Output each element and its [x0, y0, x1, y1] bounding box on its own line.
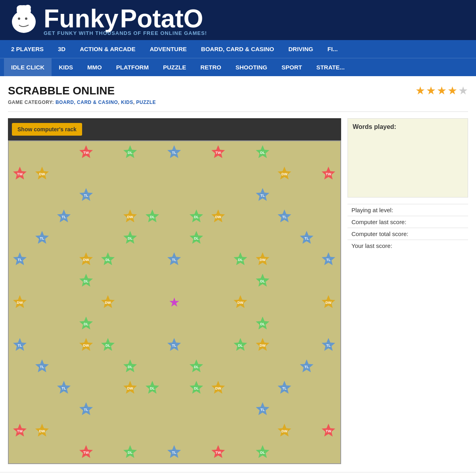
board-cell-14-1[interactable]: [32, 442, 52, 463]
board-cell-1-1[interactable]: DW: [32, 163, 52, 184]
board-cell-13-7[interactable]: [164, 420, 184, 441]
nav-puzzle[interactable]: PUZZLE: [156, 58, 193, 76]
board-cell-9-14[interactable]: TL: [318, 335, 339, 355]
board-cell-0-5[interactable]: DL: [120, 142, 140, 163]
board-cell-11-6[interactable]: DL: [142, 378, 163, 398]
board-cell-11-0[interactable]: [10, 378, 30, 398]
nav-idle-click[interactable]: IDLE CLICK: [4, 58, 52, 76]
board-cell-0-0[interactable]: [10, 142, 30, 163]
board-cell-14-4[interactable]: [98, 442, 118, 463]
board-cell-10-11[interactable]: [252, 356, 273, 377]
board-cell-11-7[interactable]: [164, 378, 184, 398]
board-cell-13-1[interactable]: DW: [32, 420, 52, 441]
board-cell-2-1[interactable]: [32, 185, 52, 205]
board-cell-10-2[interactable]: [54, 356, 74, 377]
nav-2players[interactable]: 2 PLAYERS: [4, 40, 51, 58]
board-cell-3-13[interactable]: [296, 206, 317, 227]
board-cell-0-3[interactable]: TW: [76, 142, 96, 163]
board-cell-2-0[interactable]: [10, 185, 30, 205]
board-cell-13-11[interactable]: [252, 420, 273, 441]
board-cell-2-12[interactable]: [274, 185, 295, 205]
board-cell-0-2[interactable]: [54, 142, 74, 163]
board-cell-6-13[interactable]: [296, 271, 317, 291]
board-cell-4-8[interactable]: DL: [186, 228, 207, 248]
board-cell-14-14[interactable]: [318, 442, 339, 463]
board-cell-2-8[interactable]: [186, 185, 207, 205]
board-cell-13-3[interactable]: [76, 420, 96, 441]
board-cell-2-9[interactable]: [208, 185, 228, 205]
board-cell-6-0[interactable]: [10, 271, 30, 291]
board-cell-6-5[interactable]: [120, 271, 140, 291]
board-cell-8-4[interactable]: [98, 313, 118, 334]
board-cell-5-1[interactable]: [32, 249, 52, 270]
board-cell-14-8[interactable]: [186, 442, 207, 463]
board-cell-5-12[interactable]: [274, 249, 295, 270]
board-cell-0-9[interactable]: TW: [208, 142, 228, 163]
board-cell-9-3[interactable]: DW: [76, 335, 96, 355]
board-cell-8-6[interactable]: [142, 313, 163, 334]
board-cell-5-10[interactable]: DL: [230, 249, 251, 270]
board-cell-2-13[interactable]: [296, 185, 317, 205]
board-cell-0-12[interactable]: [274, 142, 295, 163]
nav-adventure[interactable]: ADVENTURE: [142, 40, 194, 58]
board-cell-3-10[interactable]: [230, 206, 251, 227]
board-cell-11-1[interactable]: [32, 378, 52, 398]
board-cell-0-6[interactable]: [142, 142, 163, 163]
board-cell-10-4[interactable]: [98, 356, 118, 377]
board-cell-7-3[interactable]: [76, 292, 96, 313]
board-cell-8-5[interactable]: [120, 313, 140, 334]
board-cell-7-4[interactable]: DW: [98, 292, 118, 313]
board-cell-9-4[interactable]: DL: [98, 335, 118, 355]
board-cell-9-7[interactable]: TL: [164, 335, 184, 355]
board-cell-11-10[interactable]: [230, 378, 251, 398]
board-cell-8-14[interactable]: [318, 313, 339, 334]
board-cell-10-7[interactable]: [164, 356, 184, 377]
board-cell-2-3[interactable]: TL: [76, 185, 96, 205]
board-cell-9-9[interactable]: [208, 335, 228, 355]
board-cell-14-3[interactable]: TW: [76, 442, 96, 463]
board-cell-4-11[interactable]: [252, 228, 273, 248]
board-cell-12-6[interactable]: [142, 399, 163, 420]
board-cell-5-0[interactable]: TL: [10, 249, 30, 270]
board-cell-13-6[interactable]: [142, 420, 163, 441]
board-cell-8-10[interactable]: [230, 313, 251, 334]
board-cell-2-5[interactable]: [120, 185, 140, 205]
board-cell-6-10[interactable]: [230, 271, 251, 291]
board-cell-2-7[interactable]: [164, 185, 184, 205]
board-cell-3-1[interactable]: [32, 206, 52, 227]
board-cell-13-13[interactable]: [296, 420, 317, 441]
board-cell-2-14[interactable]: [318, 185, 339, 205]
board-cell-11-14[interactable]: [318, 378, 339, 398]
board-cell-10-5[interactable]: DL: [120, 356, 140, 377]
board-cell-1-13[interactable]: [296, 163, 317, 184]
board-cell-4-5[interactable]: DL: [120, 228, 140, 248]
board-cell-6-2[interactable]: [54, 271, 74, 291]
board-cell-3-0[interactable]: [10, 206, 30, 227]
board-cell-9-6[interactable]: [142, 335, 163, 355]
board-cell-12-1[interactable]: [32, 399, 52, 420]
board-cell-8-9[interactable]: [208, 313, 228, 334]
board-cell-0-1[interactable]: [32, 142, 52, 163]
board-cell-0-14[interactable]: [318, 142, 339, 163]
nav-driving[interactable]: DRIVING: [281, 40, 321, 58]
board-cell-8-8[interactable]: [186, 313, 207, 334]
board-cell-7-2[interactable]: [54, 292, 74, 313]
board-cell-4-13[interactable]: TL: [296, 228, 317, 248]
board-cell-3-4[interactable]: [98, 206, 118, 227]
board-cell-10-1[interactable]: TL: [32, 356, 52, 377]
board-cell-1-5[interactable]: [120, 163, 140, 184]
board-cell-8-3[interactable]: DL: [76, 313, 96, 334]
board-cell-7-5[interactable]: [120, 292, 140, 313]
board-cell-5-5[interactable]: [120, 249, 140, 270]
category-link-puzzle[interactable]: PUZZLE: [136, 100, 156, 105]
board-cell-4-14[interactable]: [318, 228, 339, 248]
board-cell-3-5[interactable]: DW: [120, 206, 140, 227]
show-rack-button[interactable]: Show computer's rack: [12, 123, 82, 136]
board-cell-10-10[interactable]: [230, 356, 251, 377]
board-cell-12-3[interactable]: TL: [76, 399, 96, 420]
board-cell-12-10[interactable]: [230, 399, 251, 420]
board-cell-13-12[interactable]: DW: [274, 420, 295, 441]
board-cell-4-4[interactable]: [98, 228, 118, 248]
board-cell-5-6[interactable]: [142, 249, 163, 270]
category-link-board[interactable]: BOARD, CARD & CASINO: [56, 100, 118, 105]
